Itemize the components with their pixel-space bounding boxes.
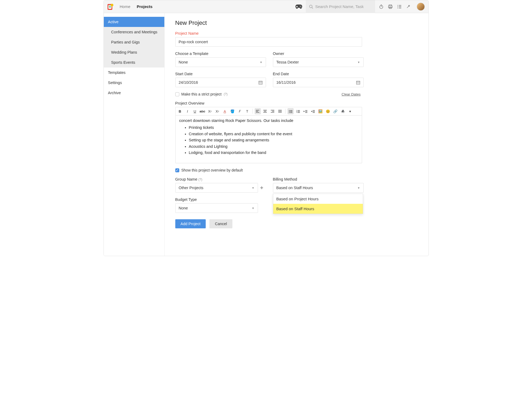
search-box[interactable] [306,0,375,13]
overview-editor[interactable]: concert downtown starring Rock Paper Sci… [175,115,362,163]
app-logo[interactable] [104,3,117,10]
billing-option-project-hours[interactable]: Based on Project Hours [273,194,363,204]
svg-point-33 [357,82,358,83]
sidebar-item-wedding[interactable]: Wedding Plans [104,47,164,57]
list-icon[interactable] [397,4,402,9]
clear-dates-link[interactable]: Clear Dates [342,92,360,96]
sidebar-tab-active[interactable]: Active [104,17,164,27]
sidebar-settings[interactable]: Settings [104,78,164,88]
svg-rect-3 [109,7,111,7]
template-select[interactable]: None ▼ [175,57,266,67]
print-icon[interactable] [388,4,393,9]
svg-point-52 [289,111,289,112]
align-center-icon[interactable] [262,108,268,114]
group-select[interactable]: Other Projects ▼ [175,183,258,193]
svg-marker-67 [311,111,312,112]
svg-point-8 [300,6,301,7]
sidebar-item-sports[interactable]: Sports Events [104,57,164,67]
underline-icon[interactable]: U [192,108,198,114]
add-project-button[interactable]: Add Project [175,219,206,228]
image-icon[interactable]: 🖼️ [317,108,323,114]
overview-item: Creation of website, flyers and publicit… [189,131,358,137]
svg-rect-2 [109,6,111,6]
svg-point-7 [300,6,300,6]
gamepad-icon[interactable] [295,4,303,9]
wrench-icon[interactable] [406,4,411,9]
italic-icon[interactable]: I [185,108,190,114]
svg-rect-6 [296,6,298,7]
owner-value: Tessa Dexter [276,60,299,64]
svg-point-34 [358,82,358,83]
sidebar-templates[interactable]: Templates [104,67,164,78]
show-overview-checkbox[interactable]: ✓ [175,168,179,172]
svg-point-26 [260,82,261,83]
billing-label: Billing Method [273,177,364,181]
svg-point-18 [397,6,398,7]
font-family-icon[interactable]: 𝐹 [237,108,243,114]
billing-option-staff-hours[interactable]: Based on Staff Hours [273,204,363,214]
strict-label: Make this a strict project [181,92,222,96]
caret-icon: ▼ [260,61,263,64]
bg-color-icon[interactable]: 🪣 [229,108,235,114]
search-icon [309,5,313,9]
subscript-icon[interactable]: X2 [207,108,213,114]
end-date-label: End Date [273,72,364,76]
number-list-icon[interactable]: 123 [295,108,301,114]
svg-text:3: 3 [296,112,297,113]
owner-select[interactable]: Tessa Dexter ▼ [273,57,364,67]
align-justify-icon[interactable] [277,108,283,114]
overview-intro: concert downtown starring Rock Paper Sci… [179,118,358,124]
align-right-icon[interactable] [270,108,276,114]
template-label: Choose a Template [175,51,266,56]
nav-projects[interactable]: Projects [137,4,153,9]
project-name-label: Project Name [175,31,418,35]
strike-icon[interactable]: abc [200,108,205,114]
group-value: Other Projects [179,186,204,190]
calendar-icon [259,81,263,85]
start-date-input[interactable]: 24/10/2016 [175,78,266,87]
more-icon[interactable]: ▾ [347,108,353,114]
svg-marker-63 [304,111,305,112]
text-color-icon[interactable]: A [222,108,228,114]
caret-icon: ▼ [252,207,255,210]
svg-point-37 [358,83,358,84]
sidebar-archive[interactable]: Archive [104,88,164,98]
outdent-icon[interactable] [303,108,308,114]
svg-point-19 [397,7,398,8]
code-icon[interactable]: 🕷️ [340,108,346,114]
show-overview-label: Show this project overview by default [181,168,243,172]
caret-icon: ▼ [252,186,255,189]
budget-select[interactable]: None ▼ [175,203,258,213]
project-name-input[interactable] [175,37,362,47]
calendar-icon [356,81,360,85]
font-size-icon[interactable]: T [244,108,250,114]
editor-toolbar: B I U abc X2 X2 A 🪣 𝐹 T [175,107,362,115]
timer-icon[interactable] [379,4,384,9]
add-group-icon[interactable]: ✚ [260,186,263,190]
align-left-icon[interactable] [255,108,261,114]
cancel-button[interactable]: Cancel [209,219,232,228]
billing-select[interactable]: Based on Staff Hours ▼ [273,183,364,193]
indent-icon[interactable] [310,108,316,114]
user-avatar[interactable] [417,3,425,11]
bullet-list-icon[interactable] [288,108,293,114]
sidebar-item-parties[interactable]: Parties and Gigs [104,37,164,47]
start-date-value: 24/10/2016 [179,80,198,85]
sidebar-item-conferences[interactable]: Conferences and Meetings [104,27,164,37]
superscript-icon[interactable]: X2 [215,108,220,114]
strict-help-icon[interactable]: (?) [224,92,228,96]
end-date-input[interactable]: 16/11/2016 [273,78,364,87]
group-label: Group Name (?) [175,177,266,181]
billing-value: Based on Staff Hours [276,186,313,190]
bold-icon[interactable]: B [177,108,183,114]
svg-point-25 [259,82,260,83]
emoji-icon[interactable]: 😊 [325,108,331,114]
link-icon[interactable]: 🔗 [332,108,338,114]
nav-home[interactable]: Home [120,4,130,9]
billing-dropdown: Based on Project Hours Based on Staff Ho… [273,194,363,214]
svg-point-9 [309,5,312,8]
svg-point-27 [261,82,262,83]
search-input[interactable] [315,4,372,9]
strict-checkbox[interactable] [175,92,179,96]
group-help-icon[interactable]: (?) [198,178,203,181]
